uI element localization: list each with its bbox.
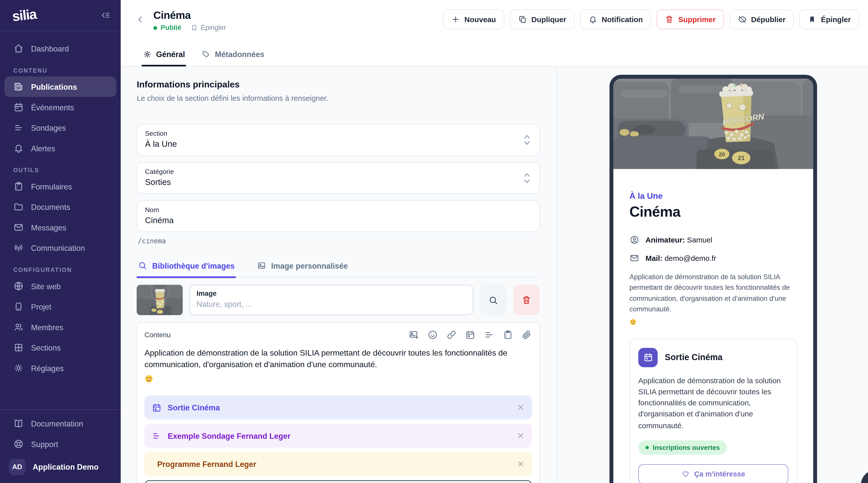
nom-field[interactable]: Nom Cinéma [136,201,540,232]
epingler-button[interactable]: Épingler [800,9,859,29]
block-sortie-cinema[interactable]: Sortie Cinéma [145,396,532,419]
link-icon[interactable] [446,329,457,340]
supprimer-button[interactable]: Supprimer [656,9,724,29]
broadcast-icon [13,242,24,253]
smiley-icon[interactable] [428,329,438,340]
sidebar-item-documents[interactable]: Documents [4,197,116,217]
sidebar-item-label: Réglages [31,364,64,372]
image-icon [257,261,266,270]
main-area: Cinéma Publié Épingler Nouveau [121,0,868,483]
secondary-phone-corner [861,470,868,483]
back-button[interactable] [135,14,145,24]
sidebar-item-label: Dashboard [31,44,69,53]
sidebar-item-projet[interactable]: Projet [4,296,116,317]
notification-button[interactable]: Notification [580,9,651,29]
image-plus-icon[interactable] [409,329,419,340]
tabs: Général Métadonnées [121,45,868,67]
trash-icon [665,15,674,24]
interest-button[interactable]: Ça m'intéresse [638,464,788,483]
header-actions: Nouveau Dupliquer Notification Supprimer [443,9,859,29]
image-search-button[interactable] [480,285,506,315]
field-label: Section [145,130,530,138]
calendar-icon [638,348,657,367]
mail-icon [13,222,24,233]
image-input-placeholder: Nature, sport, ... [196,300,466,308]
dupliquer-button[interactable]: Dupliquer [510,9,575,29]
preview-title: Cinéma [629,203,797,220]
sidebar-nav: Dashboard CONTENU Publications Événement… [0,31,121,409]
sidebar-item-alertes[interactable]: Alertes [4,138,116,158]
sidebar-item-dashboard[interactable]: Dashboard [4,38,116,59]
calendar-icon[interactable] [465,329,475,340]
sidebar-header: silia [0,0,121,31]
event-card-description: Application de démonstration de la solut… [638,375,788,431]
close-icon[interactable] [516,431,525,440]
image-input-label: Image [196,290,466,298]
user-name: Application Demo [33,462,98,471]
pin-status[interactable]: Épingler [190,24,226,32]
status-dot [153,26,157,29]
grinning-emoji-icon [145,374,153,383]
sidebar-item-membres[interactable]: Membres [4,317,116,337]
image-search-input[interactable]: Image Nature, sport, ... [189,285,473,315]
sidebar-item-label: Publications [31,82,77,91]
depublier-button[interactable]: Dépublier [730,9,794,29]
image-delete-button[interactable] [513,285,540,315]
block-en-savoir-plus[interactable]: En savoir plus (principal) [145,480,532,483]
status-badge: Publié [160,24,181,32]
sidebar: silia Dashboard CONTENU Publications Évé… [0,0,121,483]
folder-icon [13,202,24,212]
content-editor[interactable]: Contenu Application de démonstration de … [136,323,540,483]
inscriptions-badge: Inscriptions ouvertes [638,440,727,455]
poll-icon [13,122,24,133]
poll-icon[interactable] [484,329,494,340]
close-icon[interactable] [516,403,525,412]
gear-icon [143,50,152,59]
sidebar-item-label: Alertes [31,144,55,153]
sidebar-item-sections[interactable]: Sections [4,337,116,358]
sidebar-item-formulaires[interactable]: Formulaires [4,176,116,197]
block-exemple-sondage[interactable]: Exemple Sondage Fernand Leger [145,424,532,448]
globe-icon [13,281,24,291]
sidebar-item-communication[interactable]: Communication [4,238,116,258]
paperclip-icon[interactable] [521,329,532,340]
sidebar-item-messages[interactable]: Messages [4,217,116,238]
editor-toolbar [409,329,532,340]
sidebar-item-evenements[interactable]: Événements [4,97,116,118]
user-menu[interactable]: AD Application Demo [0,454,121,479]
sidebar-item-site-web[interactable]: Site web [4,276,116,297]
mail-row: Mail: demo@demo.fr [629,253,797,263]
tab-image-personnalisee[interactable]: Image personnalisée [256,256,349,278]
phone-screen: POPCORN 2 [613,79,813,483]
calendar-icon [13,102,24,113]
clipboard-icon[interactable] [502,329,513,340]
sidebar-item-sondages[interactable]: Sondages [4,117,116,138]
editor-label: Contenu [145,331,170,339]
sidebar-item-label: Site web [31,282,61,291]
silia-app: silia Dashboard CONTENU Publications Évé… [0,0,868,483]
tag-icon [202,50,211,59]
sidebar-section-configuration: CONFIGURATION [13,266,121,273]
section-select[interactable]: Section À la Une [136,124,540,156]
tab-bibliotheque-images[interactable]: Bibliothèque d'images [136,256,236,278]
sidebar-item-reglages[interactable]: Réglages [4,358,116,379]
close-icon[interactable] [516,460,525,468]
sidebar-item-label: Sections [31,343,61,352]
collapse-sidebar-icon[interactable] [100,10,111,21]
block-programme[interactable]: Programme Fernand Leger [145,452,532,476]
calendar-icon [152,402,162,412]
image-thumbnail[interactable] [136,285,183,315]
newspaper-icon [13,82,24,92]
sidebar-item-documentation[interactable]: Documentation [4,413,116,434]
categorie-select[interactable]: Catégorie Sorties [136,162,540,194]
nouveau-button[interactable]: Nouveau [443,9,504,29]
eye-off-icon [738,15,746,24]
sidebar-item-support[interactable]: Support [4,434,116,454]
trash-icon [521,295,531,305]
image-row: Image Nature, sport, ... [136,285,540,315]
event-card-title: Sortie Cinéma [665,352,722,362]
bookmark-icon [190,24,198,32]
tab-general[interactable]: Général [142,45,186,67]
sidebar-item-publications[interactable]: Publications [4,77,116,97]
tab-metadonnees[interactable]: Métadonnées [200,45,266,67]
